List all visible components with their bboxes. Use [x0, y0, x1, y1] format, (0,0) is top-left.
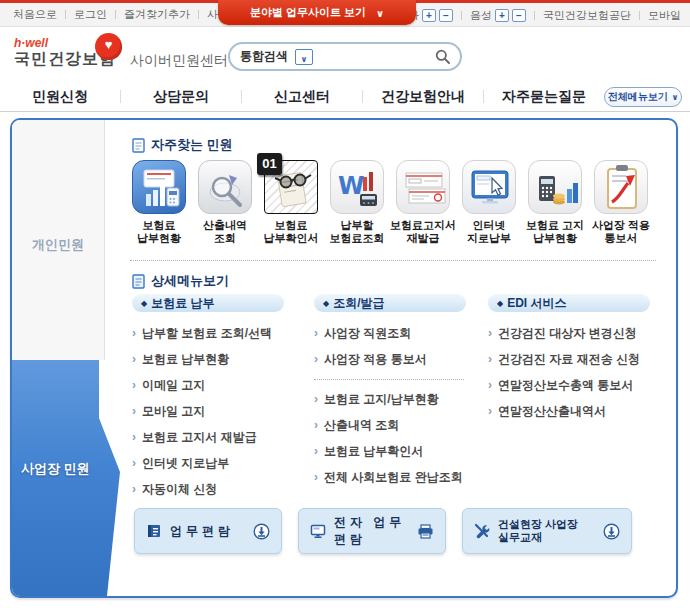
menu-link[interactable]: 이메일 고지	[132, 372, 302, 398]
menu-link[interactable]: 전체 사회보험료 완납조회	[314, 464, 480, 490]
page: 처음으로 로그인 즐겨찾기추가 사이트맵 글자 + − 음성 + − 국민건강보…	[0, 0, 690, 608]
nav-items: 민원신청 상담문의 신고센터 건강보험안내 자주묻는질문	[0, 88, 604, 106]
premium-due-inquiry-icon: W	[330, 160, 384, 214]
main-panel: 개인민원 사업장 민원 자주찾는 민원	[10, 118, 678, 598]
download-icon	[603, 523, 620, 540]
menu-link[interactable]: 연말정산산출내역서	[488, 398, 660, 424]
sector-sites-button[interactable]: 분야별 업무사이트 보기	[218, 0, 416, 25]
nav-item-civil-application[interactable]: 민원신청	[0, 88, 120, 106]
column-header: EDI 서비스	[488, 294, 650, 312]
voice-increase-button[interactable]: +	[495, 9, 509, 22]
menu-column-inquiry-issue: 조회/발급 사업장 직원조회 사업장 적용 통보서 보험료 고지/납부현황 산출…	[314, 294, 480, 490]
bookmark-link[interactable]: 즐겨찾기추가	[124, 7, 190, 22]
global-nav: 민원신청 상담문의 신고센터 건강보험안내 자주묻는질문 전체메뉴보기	[0, 82, 690, 112]
premium-payment-status-icon	[132, 160, 186, 214]
login-link[interactable]: 로그인	[74, 7, 107, 22]
font-increase-button[interactable]: +	[422, 9, 436, 22]
calculation-details-icon	[198, 160, 252, 214]
quick-item-notice-payment-status[interactable]: 보험료 고지납부현황	[522, 160, 588, 245]
payment-confirmation-icon: 01	[264, 160, 318, 214]
sector-sites-label: 분야별 업무사이트 보기	[250, 5, 366, 20]
work-manual-button[interactable]: 업무편람	[134, 508, 282, 554]
search-input[interactable]	[319, 50, 429, 64]
voice-decrease-button[interactable]: −	[512, 9, 526, 22]
internet-giro-icon	[462, 160, 516, 214]
menu-link[interactable]: 자동이체 신청	[132, 476, 302, 502]
quick-menu-row: 보험료납부현황 산출내역조회	[126, 160, 654, 245]
menu-link[interactable]: 건강검진 대상자 변경신청	[488, 320, 660, 346]
menu-column-premium-payment: 보험료 납부 납부할 보험료 조회/선택 보험료 납부현황 이메일 고지 모바일…	[132, 294, 302, 502]
divider	[198, 10, 199, 19]
all-menu-button[interactable]: 전체메뉴보기	[604, 87, 682, 107]
bill-glyph	[397, 161, 451, 215]
menu-link[interactable]: 모바일 고지	[132, 398, 302, 424]
menu-link[interactable]: 연말정산보수총액 통보서	[488, 372, 660, 398]
quick-item-calculation-details[interactable]: 산출내역조회	[192, 160, 258, 245]
tile-label: 인터넷지로납부	[456, 219, 522, 245]
menu-link[interactable]: 보험료 납부확인서	[314, 438, 480, 464]
quick-item-bill-reissue[interactable]: 보험료고지서재발급	[390, 160, 456, 245]
divider	[115, 10, 116, 19]
quick-item-payment-status[interactable]: 보험료납부현황	[126, 160, 192, 245]
giro-glyph	[463, 161, 517, 215]
search-icon[interactable]	[435, 49, 450, 64]
mobile-link[interactable]: 모바일	[648, 8, 681, 23]
quick-item-workplace-notice[interactable]: 사업장 적용통보서	[588, 160, 654, 245]
electronic-manual-button[interactable]: 전자 업무편람	[298, 508, 446, 554]
menu-link[interactable]: 건강검진 자료 재전송 신청	[488, 346, 660, 372]
voice-label: 음성	[470, 8, 492, 23]
divider	[65, 10, 66, 19]
menu-link[interactable]: 보험료 고지/납부현황	[314, 386, 480, 412]
detail-section-title: 상세메뉴보기	[132, 272, 229, 290]
quick-item-premium-due[interactable]: W 납부할보험료조회	[324, 160, 390, 245]
bill-reissue-icon	[396, 160, 450, 214]
divider	[534, 11, 535, 20]
menu-link[interactable]: 사업장 적용 통보서	[314, 346, 480, 372]
notice-status-glyph	[529, 161, 583, 215]
search-category-select[interactable]	[295, 49, 313, 65]
tile-label: 보험료 고지납부현황	[522, 219, 588, 245]
document-icon	[132, 274, 145, 289]
nav-item-faq[interactable]: 자주묻는질문	[484, 88, 604, 106]
chevron-down-icon	[376, 7, 384, 19]
nav-item-report-center[interactable]: 신고센터	[242, 88, 362, 106]
construction-site-textbook-button[interactable]: 건설현장 사업장실무교재	[462, 508, 632, 554]
font-decrease-button[interactable]: −	[439, 9, 453, 22]
menu-column-edi-service: EDI 서비스 건강검진 대상자 변경신청 건강검진 자료 재전송 신청 연말정…	[488, 294, 660, 424]
tile-label: 보험료납부확인서	[258, 219, 324, 245]
printer-icon	[417, 524, 434, 539]
menu-list: 건강검진 대상자 변경신청 건강검진 자료 재전송 신청 연말정산보수총액 통보…	[488, 320, 660, 424]
workplace-notice-icon	[594, 160, 648, 214]
frequent-section-title: 자주찾는 민원	[132, 136, 233, 154]
book-icon	[146, 523, 162, 539]
payment-status-glyph	[133, 161, 187, 215]
menu-link[interactable]: 보험료 납부현황	[132, 346, 302, 372]
menu-link[interactable]: 인터넷 지로납부	[132, 450, 302, 476]
sidebar-tab-workplace[interactable]: 사업장 민원	[12, 360, 120, 596]
nhis-org-link[interactable]: 국민건강보험공단	[543, 8, 631, 23]
tile-label: 보험료납부현황	[126, 219, 192, 245]
quick-item-payment-confirmation[interactable]: 01	[258, 160, 324, 245]
calculation-glyph	[199, 161, 253, 215]
download-icon	[253, 523, 270, 540]
button-label: 전자 업무편람	[334, 514, 409, 548]
menu-link[interactable]: 납부할 보험료 조회/선택	[132, 320, 302, 346]
group-divider	[314, 379, 464, 380]
workplace-tab-label: 사업장 민원	[21, 460, 90, 478]
nav-item-insurance-guide[interactable]: 건강보험안내	[363, 88, 483, 106]
menu-link[interactable]: 사업장 직원조회	[314, 320, 480, 346]
sidebar-tab-personal[interactable]: 개인민원	[12, 120, 105, 360]
chevron-down-icon	[301, 48, 308, 65]
divider	[639, 11, 640, 20]
frequent-title-text: 자주찾는 민원	[151, 136, 233, 154]
accessibility-controls: 글자 + − 음성 + − 국민건강보험공단 모바일	[397, 3, 681, 27]
header: h·well 국민건강보험 사이버민원센터 통합검색	[0, 27, 690, 82]
quick-item-internet-giro[interactable]: 인터넷지로납부	[456, 160, 522, 245]
menu-link[interactable]: 보험료 고지서 재발급	[132, 424, 302, 450]
workplace-notice-glyph	[595, 161, 649, 215]
button-label: 건설현장 사업장실무교재	[498, 518, 595, 544]
home-link[interactable]: 처음으로	[13, 7, 57, 22]
nav-item-consultation[interactable]: 상담문의	[121, 88, 241, 106]
menu-link[interactable]: 산출내역 조회	[314, 412, 480, 438]
personal-tab-label: 개인민원	[12, 236, 104, 254]
